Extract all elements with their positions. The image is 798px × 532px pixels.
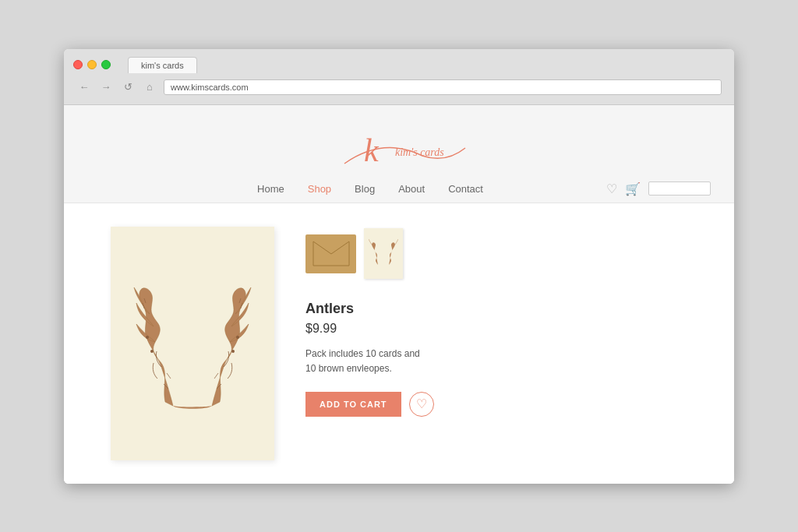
- nav-item-about[interactable]: About: [398, 181, 425, 196]
- add-to-wishlist-button[interactable]: ♡: [409, 392, 434, 417]
- nav-links: Home Shop Blog About Contact: [257, 181, 483, 196]
- nav-item-blog[interactable]: Blog: [355, 181, 375, 196]
- antlers-illustration-main: [130, 258, 255, 429]
- heart-icon: ♡: [416, 396, 427, 411]
- wishlist-icon[interactable]: ♡: [606, 181, 617, 196]
- thumbnail-envelope[interactable]: [305, 234, 356, 273]
- product-price: $9.99: [305, 322, 687, 336]
- svg-point-3: [150, 350, 154, 353]
- nav-link-contact[interactable]: Contact: [448, 183, 483, 195]
- svg-point-4: [236, 336, 239, 339]
- minimize-button[interactable]: [87, 60, 97, 69]
- home-button[interactable]: ⌂: [142, 79, 157, 95]
- search-input[interactable]: [648, 181, 711, 196]
- svg-point-2: [146, 336, 149, 339]
- product-details: Antlers $9.99 Pack includes 10 cards and…: [305, 227, 687, 460]
- close-button[interactable]: [73, 60, 83, 69]
- add-to-cart-button[interactable]: ADD TO CART: [305, 392, 401, 417]
- browser-window: kim's cards ← → ↺ ⌂ www.kimscards.com: [64, 49, 734, 484]
- nav-item-home[interactable]: Home: [257, 181, 284, 196]
- cart-icon[interactable]: 🛒: [625, 181, 641, 196]
- svg-rect-7: [369, 234, 398, 273]
- product-title: Antlers: [305, 301, 687, 317]
- address-bar[interactable]: www.kimscards.com: [164, 79, 722, 95]
- tab-bar: kim's cards: [128, 57, 197, 73]
- browser-titlebar: kim's cards ← → ↺ ⌂ www.kimscards.com: [64, 49, 734, 105]
- back-button[interactable]: ←: [76, 79, 92, 95]
- svg-point-5: [231, 350, 235, 353]
- logo-area: k kim's cards: [79, 121, 719, 175]
- forward-button[interactable]: →: [98, 79, 114, 95]
- product-actions: ADD TO CART ♡: [305, 392, 687, 417]
- nav-link-shop[interactable]: Shop: [308, 183, 331, 195]
- product-thumbnails: [305, 234, 687, 285]
- address-bar-row: ← → ↺ ⌂ www.kimscards.com: [73, 79, 725, 100]
- nav-item-contact[interactable]: Contact: [448, 181, 483, 196]
- browser-tab[interactable]: kim's cards: [128, 57, 197, 73]
- website: k kim's cards Home Shop Blog: [64, 105, 734, 484]
- site-header: k kim's cards: [64, 105, 734, 175]
- refresh-button[interactable]: ↺: [120, 79, 136, 95]
- nav-link-blog[interactable]: Blog: [355, 183, 375, 195]
- product-description: Pack includes 10 cards and 10 brown envl…: [305, 347, 430, 376]
- card-thumbnail-svg: [369, 234, 398, 273]
- svg-text:k: k: [364, 132, 380, 168]
- nav-link-home[interactable]: Home: [257, 183, 284, 195]
- browser-controls: kim's cards: [73, 57, 725, 73]
- nav-icons: ♡ 🛒: [606, 181, 711, 196]
- maximize-button[interactable]: [101, 60, 111, 69]
- svg-text:kim's cards: kim's cards: [395, 146, 444, 158]
- logo-svg: k kim's cards: [321, 121, 477, 175]
- nav-link-about[interactable]: About: [398, 183, 425, 195]
- thumbnail-card[interactable]: [364, 228, 403, 279]
- nav-item-shop[interactable]: Shop: [308, 181, 331, 196]
- product-main-image: [111, 227, 274, 460]
- logo-container: k kim's cards: [321, 121, 477, 175]
- product-page: Antlers $9.99 Pack includes 10 cards and…: [64, 203, 734, 484]
- site-nav: Home Shop Blog About Contact ♡: [64, 175, 734, 203]
- envelope-thumbnail-svg: [312, 240, 351, 267]
